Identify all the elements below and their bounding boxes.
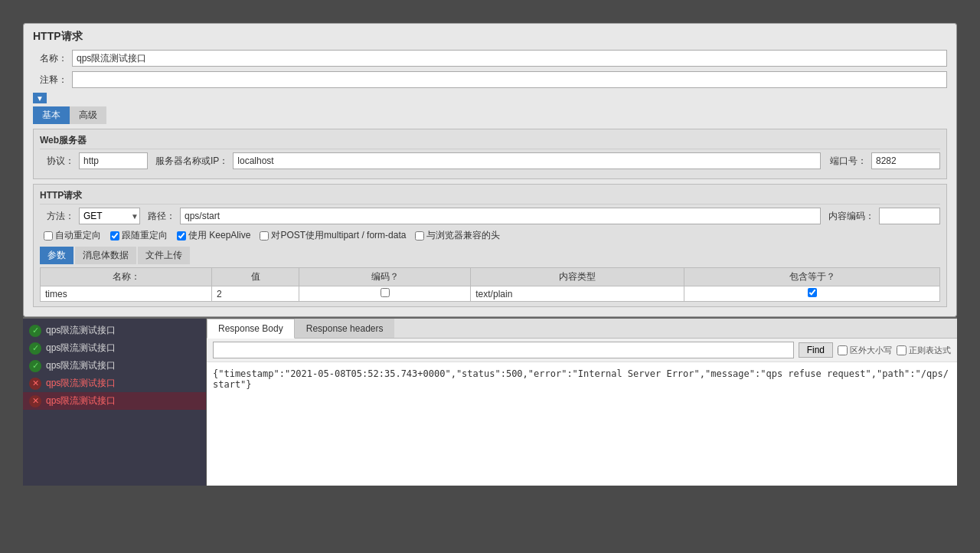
auto-redirect-label: 自动重定向 xyxy=(55,229,101,242)
find-bar: Find 区外大小写 正则表达式 xyxy=(207,339,957,362)
param-include-equals-cell[interactable] xyxy=(684,286,940,302)
status-red-icon-4: ✕ xyxy=(29,378,41,390)
case-label: 区外大小写 xyxy=(850,345,892,356)
tree-item-label-3: qps限流测试接口 xyxy=(46,359,116,372)
follow-redirect-checkbox[interactable] xyxy=(110,231,119,241)
response-tabs: Response Body Response headers xyxy=(207,319,957,339)
server-input[interactable] xyxy=(233,152,821,169)
keep-alive-label: 使用 KeepAlive xyxy=(188,229,250,242)
tree-item-label-5: qps限流测试接口 xyxy=(46,394,116,407)
case-option[interactable]: 区外大小写 xyxy=(838,345,892,356)
comment-input[interactable] xyxy=(72,71,947,88)
path-label: 路径： xyxy=(148,210,175,223)
server-label: 服务器名称或IP： xyxy=(155,155,228,168)
panel-title: HTTP请求 xyxy=(33,30,947,44)
follow-redirect-checkbox-item[interactable]: 跟随重定向 xyxy=(110,229,168,242)
method-select[interactable]: GET POST PUT DELETE xyxy=(79,208,140,224)
auto-redirect-checkbox[interactable] xyxy=(44,231,53,241)
tree-item-5[interactable]: ✕ qps限流测试接口 xyxy=(23,392,206,410)
auto-redirect-checkbox-item[interactable]: 自动重定向 xyxy=(44,229,101,242)
path-input[interactable] xyxy=(180,208,821,224)
col-value: 值 xyxy=(212,268,299,286)
status-red-icon-5: ✕ xyxy=(29,395,41,407)
multipart-checkbox-item[interactable]: 对POST使用multipart / form-data xyxy=(260,229,406,242)
tree-item-4[interactable]: ✕ qps限流测试接口 xyxy=(23,375,206,392)
browser-header-checkbox-item[interactable]: 与浏览器兼容的头 xyxy=(415,229,500,242)
find-input[interactable] xyxy=(213,342,794,358)
tree-item-3[interactable]: ✓ qps限流测试接口 xyxy=(23,357,206,375)
result-tree: ✓ qps限流测试接口 ✓ qps限流测试接口 ✓ qps限流测试接口 ✕ qp… xyxy=(23,319,207,486)
regex-option[interactable]: 正则表达式 xyxy=(897,345,951,356)
params-table: 名称： 值 编码？ 内容类型 包含等于？ times 2 text/plain xyxy=(40,267,940,302)
table-row: times 2 text/plain xyxy=(41,286,940,302)
multipart-label: 对POST使用multipart / form-data xyxy=(271,229,406,242)
include-equals-checkbox[interactable] xyxy=(808,288,817,297)
http-request-header: HTTP请求 xyxy=(40,189,940,205)
protocol-label: 协议： xyxy=(40,155,74,168)
response-headers-tab[interactable]: Response headers xyxy=(295,319,395,338)
tree-item-label-2: qps限流测试接口 xyxy=(46,342,116,355)
inner-tab-upload[interactable]: 文件上传 xyxy=(138,247,190,264)
inner-tab-params[interactable]: 参数 xyxy=(40,247,74,264)
find-button[interactable]: Find xyxy=(799,342,833,358)
name-input[interactable] xyxy=(72,50,947,67)
param-encoded-cell[interactable] xyxy=(299,286,471,302)
response-body-tab[interactable]: Response Body xyxy=(207,319,295,339)
tree-item-1[interactable]: ✓ qps限流测试接口 xyxy=(23,322,206,339)
tree-item-2[interactable]: ✓ qps限流测试接口 xyxy=(23,339,206,357)
follow-redirect-label: 跟随重定向 xyxy=(122,229,168,242)
name-label: 名称： xyxy=(33,52,67,65)
protocol-input[interactable] xyxy=(79,152,148,169)
status-green-icon-1: ✓ xyxy=(29,325,41,337)
collapse-button[interactable]: ▼ xyxy=(33,93,47,103)
inner-tab-body[interactable]: 消息体数据 xyxy=(75,247,136,264)
col-content-type: 内容类型 xyxy=(471,268,684,286)
keep-alive-checkbox[interactable] xyxy=(177,231,186,241)
response-panel: Response Body Response headers Find 区外大小… xyxy=(207,319,957,486)
status-green-icon-2: ✓ xyxy=(29,342,41,355)
col-include-equals: 包含等于？ xyxy=(684,268,940,286)
case-checkbox[interactable] xyxy=(838,345,848,355)
regex-label: 正则表达式 xyxy=(909,345,951,356)
web-server-header: Web服务器 xyxy=(40,134,940,149)
param-content-type-cell[interactable]: text/plain xyxy=(471,286,684,302)
col-name: 名称： xyxy=(41,268,212,286)
encoding-label: 内容编码： xyxy=(828,210,874,223)
col-encoded: 编码？ xyxy=(299,268,471,286)
regex-checkbox[interactable] xyxy=(897,345,906,355)
tab-basic[interactable]: 基本 xyxy=(33,106,70,124)
browser-header-checkbox[interactable] xyxy=(415,231,424,241)
encoding-input[interactable] xyxy=(879,208,940,224)
port-label: 端口号： xyxy=(828,155,867,168)
tree-item-label-1: qps限流测试接口 xyxy=(46,324,116,337)
param-name-cell[interactable]: times xyxy=(41,286,212,302)
comment-label: 注释： xyxy=(33,74,67,87)
param-value-cell[interactable]: 2 xyxy=(212,286,299,302)
browser-header-label: 与浏览器兼容的头 xyxy=(426,229,500,242)
port-input[interactable] xyxy=(871,152,940,169)
method-label: 方法： xyxy=(40,210,74,223)
response-body: {"timestamp":"2021-05-08T05:52:35.743+00… xyxy=(207,362,957,486)
tab-advanced[interactable]: 高级 xyxy=(70,106,106,124)
tree-item-label-4: qps限流测试接口 xyxy=(46,377,116,390)
status-green-icon-3: ✓ xyxy=(29,360,41,372)
multipart-checkbox[interactable] xyxy=(260,231,269,241)
encoded-checkbox[interactable] xyxy=(381,288,390,297)
keep-alive-checkbox-item[interactable]: 使用 KeepAlive xyxy=(177,229,250,242)
